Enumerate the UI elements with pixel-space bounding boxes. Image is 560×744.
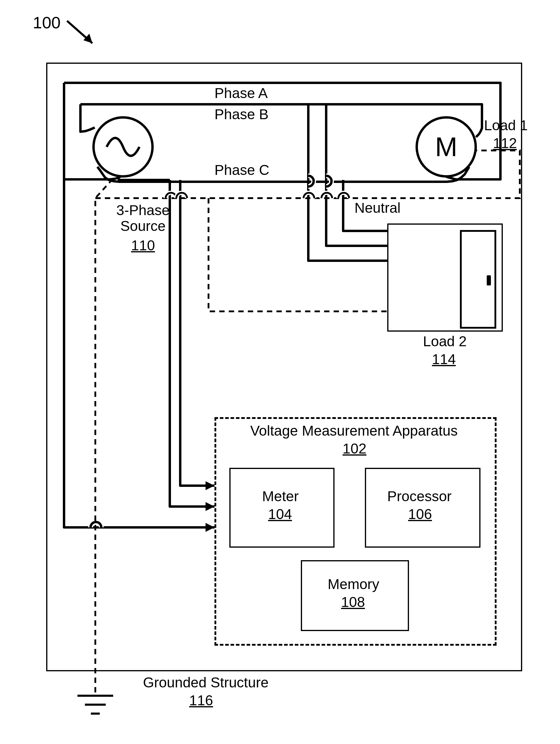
neutral-label: Neutral <box>354 200 401 216</box>
load2-ref: 114 <box>432 351 456 367</box>
ground-label: Grounded Structure <box>143 675 269 691</box>
memory-label: Memory <box>328 576 379 592</box>
processor-label: Processor <box>387 489 452 505</box>
svg-marker-1 <box>83 34 92 43</box>
load2-box <box>387 223 503 332</box>
phase-a-label: Phase A <box>215 85 268 101</box>
vma-ref: 102 <box>342 441 366 457</box>
phase-c-label: Phase C <box>215 162 269 178</box>
load1-symbol: M <box>415 116 477 178</box>
source-label: 3-Phase Source <box>116 202 170 234</box>
load1-label: Load 1 <box>484 118 528 134</box>
vma-title: Voltage Measurement Apparatus <box>250 423 457 439</box>
load2-label: Load 2 <box>423 334 467 349</box>
processor-ref: 106 <box>408 507 432 522</box>
phase-b-label: Phase B <box>215 107 268 122</box>
source-ref: 110 <box>131 238 155 254</box>
ground-ref: 116 <box>189 693 213 709</box>
svg-line-0 <box>67 21 92 43</box>
load1-symbol-letter: M <box>435 132 457 162</box>
source-symbol <box>92 116 154 178</box>
figure-ref: 100 <box>33 13 61 32</box>
load1-ref: 112 <box>493 136 517 151</box>
meter-label: Meter <box>262 489 299 505</box>
memory-ref: 108 <box>341 594 365 610</box>
meter-ref: 104 <box>268 507 292 522</box>
